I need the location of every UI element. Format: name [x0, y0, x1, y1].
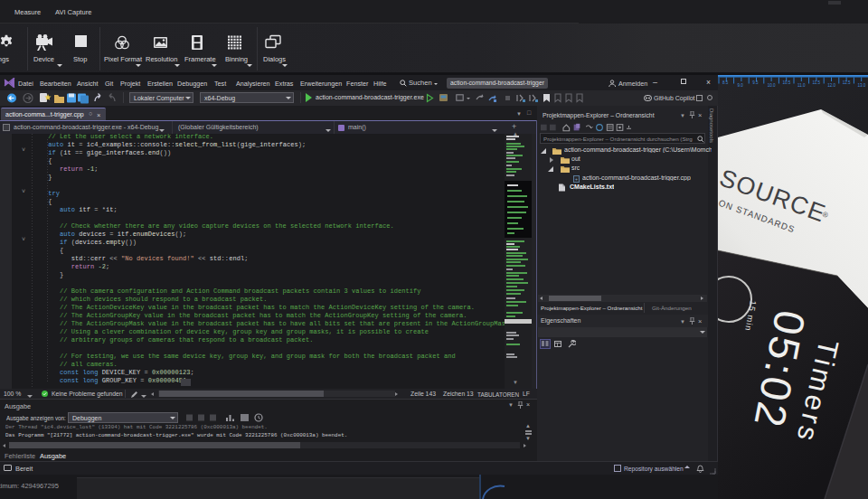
svg-text:10.0: 10.0	[768, 83, 776, 88]
svg-text:9.0: 9.0	[738, 83, 744, 88]
svg-text:10.5: 10.5	[782, 80, 790, 85]
svg-text:12.5: 12.5	[843, 80, 851, 85]
svg-text:9.5: 9.5	[752, 80, 759, 85]
svg-text:11.0: 11.0	[797, 83, 806, 88]
svg-text:12.0: 12.0	[827, 83, 835, 88]
svg-text:8.5: 8.5	[722, 80, 729, 85]
svg-text:11.5: 11.5	[813, 80, 821, 85]
svg-text:13.0: 13.0	[857, 83, 865, 88]
